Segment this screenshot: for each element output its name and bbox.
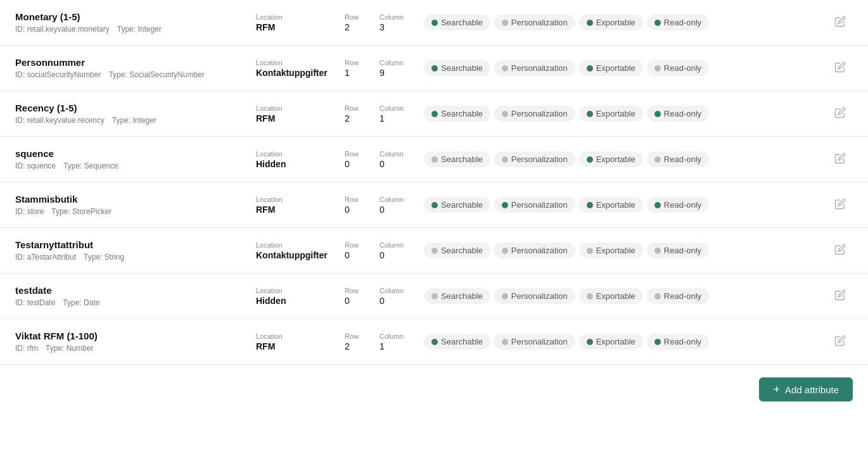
searchable-label: Searchable [441,18,483,27]
personalization-dot [502,339,508,345]
readonly-badge: Read-only [647,15,709,30]
location-value: RFM [256,113,345,123]
personalization-badge: Personalization [494,106,575,122]
readonly-badge: Read-only [647,288,709,304]
location-col: Location Hidden [256,150,345,169]
location-label: Location [256,13,345,21]
exportable-badge: Exportable [579,243,643,258]
col-value: 1 [380,113,424,123]
edit-icon[interactable] [834,16,846,30]
location-label: Location [256,196,345,203]
personalization-dot [502,248,508,254]
attr-id: ID: socialSecurityNumber [15,70,101,79]
attr-id: ID: store [15,207,44,216]
attr-id: ID: squence [15,161,56,170]
exportable-label: Exportable [596,246,635,255]
attr-name-col: Stammisbutik ID: store Type: StorePicker [15,194,256,216]
location-col: Location RFM [256,196,345,215]
edit-col[interactable] [827,289,853,303]
exportable-badge: Exportable [579,288,643,304]
col-col: Column 1 [380,104,424,123]
col-label: Column [380,287,424,294]
personalization-dot [502,65,508,72]
edit-icon[interactable] [834,289,846,303]
row-col: Row 0 [345,196,380,215]
add-attribute-button[interactable]: + Add attribute [759,377,853,401]
row-label: Row [345,150,380,158]
edit-col[interactable] [827,107,853,121]
edit-col[interactable] [827,335,853,349]
attr-name: Stammisbutik [15,194,256,205]
exportable-dot [587,20,593,26]
attr-type: Type: String [84,253,124,262]
edit-col[interactable] [827,244,853,258]
edit-col[interactable] [827,153,853,167]
searchable-dot [431,339,438,345]
exportable-label: Exportable [596,63,635,73]
searchable-badge: Searchable [424,15,490,30]
searchable-dot [431,65,438,72]
edit-col[interactable] [827,16,853,30]
table-row: squence ID: squence Type: Sequence Locat… [0,137,868,182]
searchable-dot [431,248,438,254]
searchable-dot [431,202,438,208]
edit-icon[interactable] [834,198,846,212]
attr-meta: ID: rfm Type: Number [15,344,256,353]
personalization-label: Personalization [511,291,568,301]
location-col: Location Kontaktuppgifter [256,59,345,78]
exportable-badge: Exportable [579,151,643,167]
attr-type: Type: Date [63,298,99,307]
row-col: Row 2 [345,332,380,351]
row-value: 2 [345,113,380,123]
table-row: Recency (1-5) ID: retail.keyvalue.recenc… [0,91,868,137]
location-label: Location [256,332,345,340]
row-value: 0 [345,205,380,215]
readonly-dot [654,293,661,300]
attr-meta: ID: aTestarAttribut Type: String [15,253,256,262]
exportable-dot [587,65,593,72]
col-value: 0 [380,159,424,169]
readonly-label: Read-only [664,63,701,73]
personalization-dot [502,20,508,26]
searchable-badge: Searchable [424,60,490,76]
readonly-badge: Read-only [647,60,709,76]
edit-col[interactable] [827,198,853,212]
personalization-badge: Personalization [494,288,575,304]
exportable-badge: Exportable [579,197,643,213]
edit-icon[interactable] [834,153,846,167]
attr-type: Type: SocialSecurityNumber [108,70,204,79]
attr-name: squence [15,148,256,159]
personalization-label: Personalization [511,337,568,346]
readonly-dot [654,65,661,72]
searchable-label: Searchable [441,109,483,118]
attr-meta: ID: squence Type: Sequence [15,161,256,170]
col-label: Column [380,104,424,112]
personalization-dot [502,293,508,300]
location-col: Location RFM [256,332,345,351]
exportable-badge: Exportable [579,106,643,122]
edit-icon[interactable] [834,107,846,121]
exportable-dot [587,111,593,117]
col-col: Column 0 [380,287,424,306]
attr-name: testdate [15,285,256,296]
searchable-badge: Searchable [424,334,490,350]
edit-icon[interactable] [834,61,846,75]
col-col: Column 0 [380,241,424,260]
personalization-label: Personalization [511,63,568,73]
location-col: Location RFM [256,13,345,32]
readonly-badge: Read-only [647,243,709,258]
exportable-label: Exportable [596,109,635,118]
readonly-label: Read-only [664,155,701,164]
readonly-badge: Read-only [647,151,709,167]
attr-type: Type: StorePicker [51,207,112,216]
edit-col[interactable] [827,61,853,75]
attr-name: Monetary (1-5) [15,11,256,22]
searchable-badge: Searchable [424,197,490,213]
attr-meta: ID: socialSecurityNumber Type: SocialSec… [15,70,256,79]
searchable-label: Searchable [441,200,483,210]
personalization-badge: Personalization [494,151,575,167]
row-value: 0 [345,296,380,306]
edit-icon[interactable] [834,244,846,258]
exportable-dot [587,202,593,208]
edit-icon[interactable] [834,335,846,349]
